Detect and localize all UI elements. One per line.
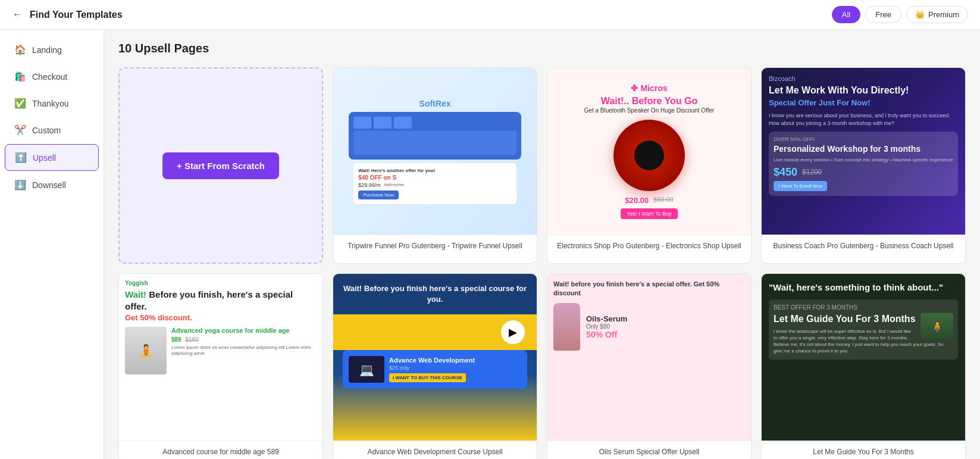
yoga-price-old: $180 [185, 336, 198, 343]
sidebar-item-custom[interactable]: ✂️ Custom [5, 117, 99, 143]
bizcoach-headline: Let Me Work With You Directly! [769, 85, 958, 96]
template-title-tripwire: Tripwire Funnel Pro Gutenberg - Tripwire… [333, 235, 537, 257]
bizcoach-logo: Bizcoach [769, 75, 958, 82]
softrex-price-new: $29.99/m [358, 182, 381, 188]
softrex-price-old: $49.99/m [384, 182, 404, 188]
template-title-serum: Oils Serum Special Offer Upsell [547, 441, 751, 459]
yoga-bottom: 🧘 Advanced yoga course for middle age $8… [125, 327, 317, 374]
softrex-logo: SoftRex [419, 99, 451, 108]
template-card-electronics[interactable]: ✤ Micros Wait!.. Before You Go Get a Blu… [547, 67, 752, 264]
template-title-guide: Let Me Guide You For 3 Months [762, 441, 965, 459]
templates-grid: + Start From Scratch SoftRex [118, 67, 966, 459]
yoga-discount: Get 50% discount. [125, 313, 317, 322]
bizcoach-price-new: $450 [774, 166, 797, 179]
webdev-header-text: Wait! Before you finish here's a special… [343, 283, 527, 305]
yoga-price-new: $89 [171, 336, 181, 343]
bizcoach-subtitle: Special Offer Just For Now! [769, 98, 958, 107]
template-preview-tripwire: SoftRex Wait! Here's another offer for y… [333, 68, 537, 235]
check-icon: ✅ [14, 98, 26, 109]
template-card-guide[interactable]: "Wait, here's something to think about..… [761, 273, 966, 459]
sidebar: 🏠 Landing 🛍️ Checkout ✅ Thankyou ✂️ Cust… [0, 0, 104, 459]
webdev-preview: Wait! Before you finish here's a special… [333, 274, 537, 441]
template-card-serum[interactable]: Wait! before you finish here's a special… [547, 273, 752, 459]
sidebar-item-downsell[interactable]: ⬇️ Downsell [5, 172, 99, 198]
filter-all-button[interactable]: All [832, 6, 860, 23]
template-preview-electronics: ✤ Micros Wait!.. Before You Go Get a Blu… [547, 68, 751, 235]
scissors-icon: ✂️ [14, 124, 26, 136]
yoga-course-title: Advanced yoga course for middle age [171, 327, 317, 334]
speaker-graphic [613, 120, 685, 191]
sidebar-label-custom: Custom [32, 126, 61, 135]
dark-guide-box: BEST OFFER FOR 3 MONTHS 🧍 Let Me Guide Y… [769, 299, 958, 360]
serum-discount: 50% Off [586, 330, 627, 339]
sidebar-item-checkout[interactable]: 🛍️ Checkout [5, 64, 99, 89]
template-preview-bizcoach: Bizcoach Let Me Work With You Directly! … [762, 68, 965, 235]
yoga-wait: Wait! [125, 289, 146, 299]
home-icon: 🏠 [14, 44, 26, 55]
electronics-headline: Wait!.. Before You Go [584, 95, 715, 108]
yoga-preview: Yoggish Wait! Before you finish, here's … [119, 274, 323, 441]
template-title-webdev: Advance Web Development Course Upsell [333, 441, 537, 459]
checkout-icon: 🛍️ [14, 71, 26, 82]
bizcoach-offer-box: OVER 50% OFF! Personalized Workshop for … [769, 132, 958, 195]
filter-premium-button[interactable]: 👑 Premium [906, 6, 968, 23]
header: ← Find Your Templates All Free 👑 Premium [0, 0, 980, 30]
template-title-electronics: Electronics Shop Pro Gutenberg - Electro… [547, 235, 751, 257]
start-from-scratch-button[interactable]: + Start From Scratch [162, 152, 279, 179]
header-left: ← Find Your Templates [12, 8, 123, 21]
dark-preview: "Wait, here's something to think about..… [762, 274, 965, 441]
electronics-price-old: $60.00 [653, 196, 674, 205]
webdev-course-image: 💻 [349, 356, 384, 383]
serum-preview: Wait! before you finish here's a special… [547, 274, 751, 441]
softrex-preview: SoftRex Wait! Here's another offer for y… [333, 68, 537, 235]
yoga-headline: Wait! Before you finish, here's a specia… [125, 289, 317, 312]
sidebar-label-downsell: Downsell [32, 180, 66, 190]
premium-label: Premium [928, 10, 959, 19]
bizcoach-price-old: $1200 [802, 168, 822, 176]
header-title: Find Your Templates [30, 10, 123, 20]
serum-info: Oils-Serum Only $80 50% Off [586, 314, 627, 339]
serum-bottle-graphic [553, 303, 580, 351]
serum-product-name: Oils-Serum [586, 314, 627, 323]
sidebar-item-thankyou[interactable]: ✅ Thankyou [5, 90, 99, 116]
yoga-headline-rest: Before you finish, here's a special offe… [125, 289, 293, 311]
back-button[interactable]: ← [12, 8, 23, 21]
sidebar-label-thankyou: Thankyou [32, 99, 68, 108]
filter-free-button[interactable]: Free [865, 6, 901, 23]
dark-quote: "Wait, here's something to think about..… [769, 281, 958, 293]
page-title: 10 Upsell Pages [118, 42, 966, 55]
header-right: All Free 👑 Premium [832, 6, 968, 23]
bizcoach-pricing: $450 $1200 [774, 166, 953, 179]
sidebar-item-upsell[interactable]: ⬆️ Upsell [5, 144, 99, 171]
template-title-bizcoach: Business Coach Pro Gutenberg - Business … [762, 235, 965, 257]
template-card-webdev[interactable]: Wait! Before you finish here's a special… [333, 273, 537, 459]
serum-headline: Wait! before you finish here's a special… [553, 280, 745, 298]
bizcoach-preview: Bizcoach Let Me Work With You Directly! … [762, 68, 965, 235]
template-title-yoga: Advanced course for middle age 589 [119, 441, 323, 459]
electronics-subtext: Get a Bluetooth Speaker On Huge Discount… [584, 107, 715, 114]
yoga-course-info: Advanced yoga course for middle age $89 … [171, 327, 317, 357]
scratch-card[interactable]: + Start From Scratch [118, 67, 323, 264]
template-card-yoga[interactable]: Yoggish Wait! Before you finish, here's … [118, 273, 323, 459]
sidebar-label-upsell: Upsell [33, 153, 56, 163]
template-card-tripwire[interactable]: SoftRex Wait! Here's another offer for y… [333, 67, 537, 264]
yoga-logo: Yoggish [125, 280, 317, 286]
sidebar-item-landing[interactable]: 🏠 Landing [5, 37, 99, 63]
speaker-inner [634, 140, 664, 170]
crown-icon: 👑 [915, 10, 925, 19]
softrex-offer-title: Wait! Here's another offer for you! [358, 168, 512, 173]
webdev-course-title: Advance Web Development [389, 357, 475, 364]
webdev-course-info: Advance Web Development $25 only I WANT … [389, 357, 475, 382]
main-content: 10 Upsell Pages + Start From Scratch Sof… [104, 30, 980, 459]
downsell-icon: ⬇️ [14, 179, 26, 191]
webdev-header: Wait! Before you finish here's a special… [333, 274, 537, 314]
electronics-price-new: $20.00 [625, 196, 649, 205]
template-preview-webdev: Wait! Before you finish here's a special… [333, 274, 537, 441]
electronics-preview: ✤ Micros Wait!.. Before You Go Get a Blu… [547, 68, 751, 235]
template-card-bizcoach[interactable]: Bizcoach Let Me Work With You Directly! … [761, 67, 966, 264]
template-preview-serum: Wait! before you finish here's a special… [547, 274, 751, 441]
sidebar-label-landing: Landing [32, 45, 62, 55]
webdev-price: $25 only [389, 365, 475, 371]
serum-product-area: Oils-Serum Only $80 50% Off [553, 303, 745, 351]
webdev-course-card: 💻 Advance Web Development $25 only I WAN… [343, 350, 527, 389]
